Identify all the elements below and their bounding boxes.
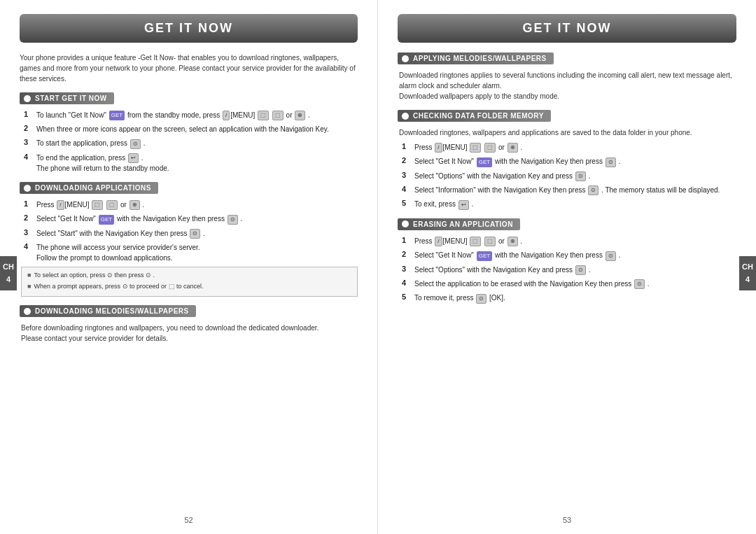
left-title-bar: GET IT NOW [20, 14, 358, 43]
er-step-5: 5 To remove it, press ⊙ [OK]. [402, 293, 736, 303]
chk-step-4: 4 Select "Information" with the Navigati… [402, 185, 736, 195]
section-erasing-label: ERASING AN APPLICATION [413, 220, 513, 228]
section-dl-mel-header: DOWNLOADING MELODIES/WALLPAPERS [20, 305, 196, 317]
get-it-now-icon: GET [109, 111, 125, 120]
chk-step-5: 5 To exit, press ↩ . [402, 199, 736, 209]
section-applying-label: APPLYING MELODIES/WALLPAPERS [413, 55, 547, 62]
step-3: 3 To start the application, press ⊙ . [24, 138, 358, 148]
ek7: ⊙ [634, 279, 645, 289]
step-1: 1 To launch "Get It Now" GET from the st… [24, 110, 358, 120]
section-bullet-4 [402, 55, 409, 62]
section-applying-header: APPLYING MELODIES/WALLPAPERS [398, 52, 554, 64]
get-it-now-icon-2: GET [99, 215, 114, 225]
ok-key-3: ⊙ [190, 229, 200, 239]
ek5: ⊙ [606, 251, 616, 261]
chk-step-3: 3 Select "Options" with the Navigation K… [402, 171, 736, 181]
ek1: / [435, 237, 442, 246]
key4: ⬚ [92, 200, 103, 210]
get-it-now-icon-4: GET [477, 251, 492, 261]
end-key: ↩ [128, 153, 139, 163]
note-row-1: ■ To select an option, press ⊙ then pres… [27, 271, 351, 281]
right-title: GET IT NOW [523, 21, 612, 35]
ek6: ⊙ [575, 265, 586, 275]
section-erasing-header: ERASING AN APPLICATION [398, 218, 520, 230]
section-dl-apps-header: DOWNLOADING APPLICATIONS [20, 182, 158, 194]
section-dl-apps-body: 1 Press /[MENU] ⬚ ⬚ or ⊕ . 2 Select "Get… [20, 199, 358, 297]
menu-key: / [223, 111, 230, 120]
rmk2: ⬚ [470, 143, 481, 153]
ok-key-2: ⊙ [227, 215, 238, 225]
step-4: 4 To end the application, press ↩ .The p… [24, 153, 358, 174]
left-page-number: 52 [184, 516, 192, 524]
key2: ⬚ [272, 111, 284, 120]
erasing-steps: 1 Press /[MENU] ⬚ ⬚ or ⊕ . 2 Select "Get… [399, 236, 736, 304]
dl-step-3: 3 Select "Start" with the Navigation Key… [24, 228, 358, 239]
section-dl-mel-label: DOWNLOADING MELODIES/WALLPAPERS [35, 307, 189, 315]
nk4: ⬚ [169, 283, 175, 290]
start-steps: 1 To launch "Get It Now" GET from the st… [21, 110, 358, 174]
key1: ⬚ [258, 111, 269, 120]
left-intro: Your phone provides a unique feature -Ge… [20, 52, 358, 84]
nk1: ⊙ [107, 272, 113, 279]
checking-steps: 1 Press /[MENU] ⬚ ⬚ or ⊕ . 2 Select "Get… [399, 142, 736, 210]
dl-apps-steps: 1 Press /[MENU] ⬚ ⬚ or ⊕ . 2 Select "Get… [21, 199, 358, 263]
rmk5: ⊙ [606, 157, 616, 167]
key5: ⬚ [106, 200, 118, 210]
dl-step-1: 1 Press /[MENU] ⬚ ⬚ or ⊕ . [24, 199, 358, 210]
er-step-2: 2 Select "Get It Now" GET with the Navig… [402, 250, 736, 260]
chk-step-1: 1 Press /[MENU] ⬚ ⬚ or ⊕ . [402, 142, 736, 153]
ek4: ⊕ [507, 237, 518, 246]
ek3: ⬚ [484, 237, 496, 246]
menu-key2: / [57, 200, 64, 210]
rmk3: ⬚ [484, 143, 496, 153]
right-page-number: 53 [563, 516, 571, 524]
section-applying-body: Downloaded ringtones applies to several … [398, 70, 736, 101]
nk2: ⊙ [146, 272, 151, 279]
left-title: GET IT NOW [144, 21, 233, 35]
nk3: ⊙ [122, 283, 128, 290]
section-bullet-3 [24, 308, 31, 315]
ch-marker-right: CH 4 [739, 256, 756, 290]
key3: ⊕ [295, 111, 305, 120]
rmk1: / [435, 143, 442, 153]
left-page: GET IT NOW Your phone provides a unique … [0, 0, 378, 534]
ok-key: ⊙ [130, 139, 141, 149]
rmk4: ⊕ [507, 143, 518, 153]
er-step-4: 4 Select the application to be erased wi… [402, 279, 736, 289]
section-dl-apps-label: DOWNLOADING APPLICATIONS [35, 184, 151, 192]
step-2: 2 When three or more icons appear on the… [24, 124, 358, 134]
section-dl-mel-body: Before downloading ringtones and wallpap… [20, 323, 358, 344]
ch-marker-left: CH 4 [0, 256, 17, 290]
section-checking-body: Downloaded ringtones, wallpapers and app… [398, 127, 736, 210]
chk-step-2: 2 Select "Get It Now" GET with the Navig… [402, 156, 736, 167]
er-step-3: 3 Select "Options" with the Navigation K… [402, 265, 736, 275]
section-erasing-body: 1 Press /[MENU] ⬚ ⬚ or ⊕ . 2 Select "Get… [398, 236, 736, 304]
section-checking-header: CHECKING DATA FOLDER MEMORY [398, 110, 551, 122]
ek2: ⬚ [470, 237, 481, 246]
right-title-bar: GET IT NOW [398, 14, 736, 43]
section-bullet-6 [402, 220, 409, 227]
dl-step-2: 2 Select "Get It Now" GET with the Navig… [24, 213, 358, 224]
section-bullet [24, 95, 31, 102]
rmk7: ⊙ [588, 185, 598, 195]
dl-step-4: 4 The phone will access your service pro… [24, 242, 358, 263]
ek8: ⊙ [476, 294, 486, 304]
rmk8: ↩ [458, 200, 469, 210]
note-row-2: ■ When a prompt appears, press ⊙ to proc… [27, 282, 351, 292]
note-box: ■ To select an option, press ⊙ then pres… [21, 267, 358, 297]
get-it-now-icon-3: GET [477, 157, 492, 167]
section-start-body: 1 To launch "Get It Now" GET from the st… [20, 110, 358, 174]
section-bullet-2 [24, 185, 31, 192]
section-start-label: START GET IT NOW [35, 94, 107, 102]
er-step-1: 1 Press /[MENU] ⬚ ⬚ or ⊕ . [402, 236, 736, 246]
right-page: GET IT NOW APPLYING MELODIES/WALLPAPERS … [378, 0, 756, 534]
key6: ⊕ [130, 200, 140, 210]
section-start-header: START GET IT NOW [20, 92, 114, 104]
rmk6: ⊙ [575, 171, 586, 181]
section-checking-label: CHECKING DATA FOLDER MEMORY [413, 112, 544, 120]
section-bullet-5 [402, 113, 409, 120]
